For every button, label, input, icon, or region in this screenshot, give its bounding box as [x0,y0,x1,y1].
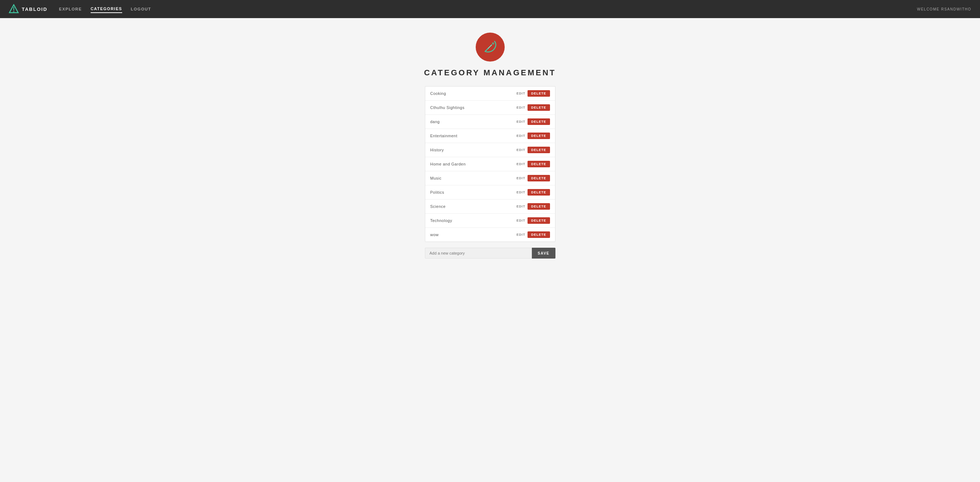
edit-link[interactable]: EDIT [516,219,525,222]
page-title: CATEGORY MANAGEMENT [424,68,556,78]
delete-button[interactable]: DELETE [528,104,550,111]
delete-button[interactable]: DELETE [528,189,550,195]
row-actions: EDITDELETE [516,90,550,97]
edit-link[interactable]: EDIT [516,176,525,180]
category-name: dang [430,119,517,124]
nav-brand-label: TABLOID [22,6,48,12]
main-content: CATEGORY MANAGEMENT CookingEDITDELETECth… [0,18,980,280]
edit-link[interactable]: EDIT [516,190,525,194]
category-name: Entertainment [430,134,517,138]
table-row: HistoryEDITDELETE [425,143,555,157]
table-row: CookingEDITDELETE [425,87,555,101]
category-name: Cthulhu Sightings [430,105,517,110]
nav-explore[interactable]: EXPLORE [59,5,82,13]
delete-button[interactable]: DELETE [528,231,550,238]
row-actions: EDITDELETE [516,119,550,125]
row-actions: EDITDELETE [516,133,550,139]
edit-link[interactable]: EDIT [516,134,525,138]
navbar: TABLOID EXPLORE CATEGORIES LOGOUT WELCOM… [0,0,980,18]
category-name: Science [430,204,517,209]
row-actions: EDITDELETE [516,217,550,224]
nav-logout[interactable]: LOGOUT [131,5,151,13]
row-actions: EDITDELETE [516,175,550,181]
logo-circle [476,33,505,62]
table-row: EntertainmentEDITDELETE [425,129,555,143]
nav-brand[interactable]: TABLOID [9,4,48,14]
edit-link[interactable]: EDIT [516,205,525,208]
svg-point-3 [492,42,494,44]
add-category-input[interactable] [425,248,532,258]
nav-categories[interactable]: CATEGORIES [91,5,122,13]
category-name: Cooking [430,91,517,96]
category-name: Home and Garden [430,162,517,166]
table-row: Cthulhu SightingsEDITDELETE [425,101,555,115]
tabloid-logo-icon [9,4,19,14]
delete-button[interactable]: DELETE [528,133,550,139]
edit-link[interactable]: EDIT [516,106,525,109]
edit-link[interactable]: EDIT [516,233,525,236]
row-actions: EDITDELETE [516,203,550,210]
edit-link[interactable]: EDIT [516,148,525,152]
row-actions: EDITDELETE [516,189,550,195]
category-name: Music [430,176,517,180]
category-name: Technology [430,218,517,223]
save-button[interactable]: SAVE [532,248,555,258]
delete-button[interactable]: DELETE [528,90,550,97]
row-actions: EDITDELETE [516,147,550,153]
add-form: SAVE [425,248,555,258]
svg-point-2 [13,11,14,12]
delete-button[interactable]: DELETE [528,119,550,125]
delete-button[interactable]: DELETE [528,217,550,224]
row-actions: EDITDELETE [516,231,550,238]
row-actions: EDITDELETE [516,161,550,167]
delete-button[interactable]: DELETE [528,203,550,210]
nav-links: EXPLORE CATEGORIES LOGOUT [59,5,151,13]
edit-link[interactable]: EDIT [516,162,525,166]
category-name: wow [430,233,517,237]
table-row: Home and GardenEDITDELETE [425,157,555,171]
feather-icon [482,38,499,56]
nav-welcome-text: WELCOME RSANDWITHO [917,7,971,11]
row-actions: EDITDELETE [516,104,550,111]
table-row: MusicEDITDELETE [425,171,555,186]
edit-link[interactable]: EDIT [516,92,525,95]
delete-button[interactable]: DELETE [528,175,550,181]
category-name: History [430,148,517,152]
edit-link[interactable]: EDIT [516,120,525,124]
table-row: TechnologyEDITDELETE [425,214,555,228]
category-table: CookingEDITDELETECthulhu SightingsEDITDE… [425,86,555,242]
delete-button[interactable]: DELETE [528,161,550,167]
table-row: PoliticsEDITDELETE [425,186,555,200]
delete-button[interactable]: DELETE [528,147,550,153]
table-row: dangEDITDELETE [425,115,555,129]
table-row: wowEDITDELETE [425,228,555,241]
table-row: ScienceEDITDELETE [425,200,555,214]
category-name: Politics [430,190,517,195]
